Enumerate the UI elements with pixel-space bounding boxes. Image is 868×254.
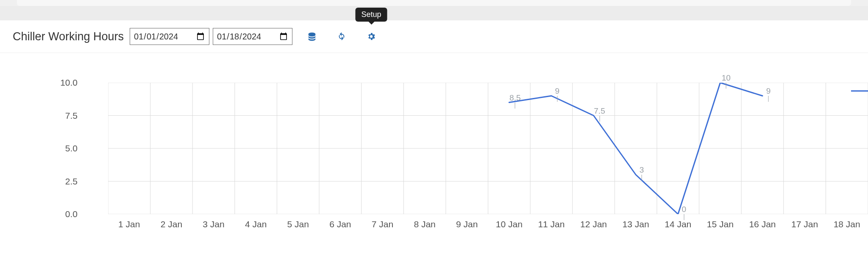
x-tick-label: 11 Jan: [538, 219, 565, 229]
chart-card: Chiller Working Hours Setup 0.02.55.07.5…: [0, 20, 868, 254]
gear-icon[interactable]: [363, 28, 380, 45]
y-tick-label: 2.5: [65, 176, 78, 187]
x-tick-label: 8 Jan: [414, 219, 435, 229]
x-tick-label: 1 Jan: [118, 219, 140, 229]
x-tick-label: 18 Jan: [834, 219, 860, 229]
x-tick-label: 7 Jan: [372, 219, 393, 229]
x-tick-label: 6 Jan: [329, 219, 351, 229]
point-tick: [557, 96, 557, 102]
point-tick: [515, 103, 515, 109]
setup-tooltip: Setup: [355, 8, 387, 22]
y-tick-label: 7.5: [65, 111, 78, 121]
y-tick-label: 5.0: [65, 143, 78, 154]
legend-line: [851, 90, 868, 92]
x-tick-label: 16 Jan: [749, 219, 776, 229]
toolbar: Chiller Working Hours Setup: [0, 28, 868, 53]
x-tick-label: 13 Jan: [623, 219, 649, 229]
line-chart: 8.597.530109: [108, 83, 868, 214]
x-tick-label: 12 Jan: [580, 219, 607, 229]
x-tick-label: 10 Jan: [496, 219, 523, 229]
point-label: 10: [722, 73, 731, 83]
x-tick-label: 15 Jan: [707, 219, 734, 229]
x-tick-label: 4 Jan: [245, 219, 267, 229]
date-to-input[interactable]: [213, 28, 292, 45]
x-tick-label: 3 Jan: [203, 219, 224, 229]
x-tick-label: 5 Jan: [287, 219, 309, 229]
y-tick-label: 0.0: [65, 209, 78, 219]
point-tick: [768, 96, 768, 102]
refresh-icon[interactable]: [333, 28, 350, 45]
point-tick: [642, 175, 642, 181]
x-tick-label: 14 Jan: [665, 219, 691, 229]
chart-area: 0.02.55.07.510.0 8.597.530109 1 Jan2 Jan…: [0, 53, 868, 214]
point-tick: [726, 83, 726, 89]
point-tick: [599, 116, 600, 122]
page-title: Chiller Working Hours: [13, 30, 124, 43]
y-tick-label: 10.0: [60, 78, 78, 88]
x-tick-label: 9 Jan: [456, 219, 478, 229]
date-from-input[interactable]: [130, 28, 209, 45]
database-icon[interactable]: [303, 28, 320, 45]
x-tick-label: 17 Jan: [791, 219, 818, 229]
x-tick-label: 2 Jan: [161, 219, 182, 229]
